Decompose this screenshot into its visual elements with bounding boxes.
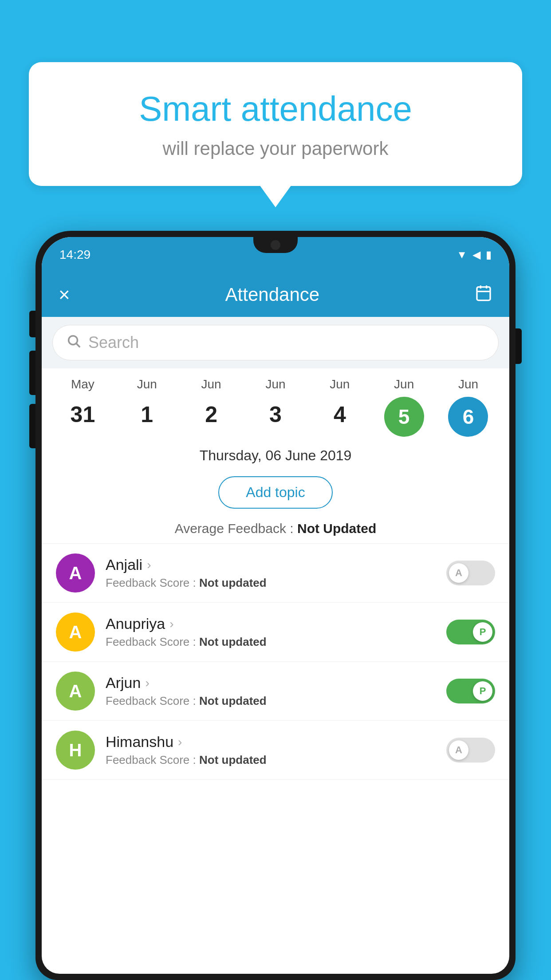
volume-down-button (29, 351, 35, 395)
attendance-toggle[interactable]: P (446, 679, 495, 703)
speech-bubble-subtitle: will replace your paperwork (60, 138, 491, 159)
selected-date: Thursday, 06 June 2019 (42, 437, 509, 471)
speech-bubble-arrow (260, 185, 291, 207)
camera (271, 240, 280, 250)
speech-bubble-container: Smart attendance will replace your paper… (29, 62, 522, 207)
calendar-row: May 31 Jun 1 Jun 2 Jun 3 Jun 4 (42, 368, 509, 437)
toggle-switch[interactable]: P (446, 620, 495, 644)
avatar: A (56, 612, 95, 652)
battery-icon: ▮ (486, 249, 492, 261)
student-score: Feedback Score : Not updated (106, 694, 436, 708)
calendar-day-may31[interactable]: May 31 (56, 377, 109, 437)
app-header: × Attendance (42, 273, 509, 317)
toggle-switch[interactable]: A (446, 561, 495, 585)
student-info: Himanshu › Feedback Score : Not updated (106, 733, 436, 767)
chevron-right-icon: › (178, 735, 182, 749)
avatar: A (56, 672, 95, 711)
student-score: Feedback Score : Not updated (106, 635, 436, 649)
toggle-switch[interactable]: A (446, 738, 495, 763)
search-icon (66, 333, 81, 352)
toggle-knob: A (449, 563, 468, 583)
attendance-toggle[interactable]: A (446, 561, 495, 585)
student-list: A Anjali › Feedback Score : Not updated … (42, 544, 509, 780)
student-name: Arjun › (106, 674, 436, 692)
close-button[interactable]: × (59, 284, 70, 306)
volume-up-button (29, 311, 35, 337)
student-name: Himanshu › (106, 733, 436, 751)
student-name: Anjali › (106, 556, 436, 573)
chevron-right-icon: › (147, 558, 151, 572)
avg-feedback-value: Not Updated (297, 521, 376, 536)
status-icons: ▼ ◀ ▮ (457, 249, 492, 261)
phone-container: 14:29 ▼ ◀ ▮ × Attendance (35, 231, 516, 980)
status-time: 14:29 (59, 248, 91, 262)
svg-rect-0 (477, 287, 490, 300)
average-feedback: Average Feedback : Not Updated (42, 517, 509, 544)
attendance-toggle[interactable]: A (446, 738, 495, 763)
speech-bubble: Smart attendance will replace your paper… (29, 62, 522, 186)
student-info: Anupriya › Feedback Score : Not updated (106, 615, 436, 649)
signal-icon: ◀ (472, 249, 480, 261)
toggle-switch[interactable]: P (446, 679, 495, 703)
student-item[interactable]: A Anjali › Feedback Score : Not updated … (42, 544, 509, 603)
calendar-day-jun3[interactable]: Jun 3 (249, 377, 302, 437)
power-button (516, 328, 522, 364)
calendar-day-jun1[interactable]: Jun 1 (120, 377, 173, 437)
status-bar: 14:29 ▼ ◀ ▮ (42, 237, 509, 273)
student-score: Feedback Score : Not updated (106, 753, 436, 767)
svg-point-4 (69, 336, 78, 345)
search-placeholder: Search (88, 333, 139, 352)
avatar: A (56, 553, 95, 593)
wifi-icon: ▼ (457, 249, 467, 261)
avg-feedback-label: Average Feedback : (175, 521, 297, 536)
student-info: Anjali › Feedback Score : Not updated (106, 556, 436, 590)
student-item[interactable]: A Arjun › Feedback Score : Not updated P (42, 662, 509, 721)
notch (253, 237, 298, 253)
student-item[interactable]: A Anupriya › Feedback Score : Not update… (42, 603, 509, 662)
student-item[interactable]: H Himanshu › Feedback Score : Not update… (42, 721, 509, 780)
add-topic-container: Add topic (42, 471, 509, 517)
toggle-knob: P (473, 681, 492, 701)
speech-bubble-title: Smart attendance (60, 89, 491, 129)
silent-button (29, 404, 35, 448)
page-title: Attendance (225, 284, 320, 305)
calendar-day-jun4[interactable]: Jun 4 (313, 377, 366, 437)
svg-line-5 (76, 344, 80, 347)
toggle-knob: A (449, 740, 468, 760)
student-info: Arjun › Feedback Score : Not updated (106, 674, 436, 708)
calendar-icon[interactable] (475, 284, 492, 306)
chevron-right-icon: › (145, 676, 149, 690)
toggle-knob: P (473, 622, 492, 642)
search-container: Search (42, 317, 509, 368)
phone-frame: 14:29 ▼ ◀ ▮ × Attendance (35, 231, 516, 980)
search-bar[interactable]: Search (52, 325, 499, 360)
calendar-day-jun2[interactable]: Jun 2 (185, 377, 238, 437)
student-score: Feedback Score : Not updated (106, 576, 436, 590)
phone-screen: 14:29 ▼ ◀ ▮ × Attendance (42, 237, 509, 974)
chevron-right-icon: › (169, 617, 173, 631)
attendance-toggle[interactable]: P (446, 620, 495, 644)
avatar: H (56, 731, 95, 770)
student-name: Anupriya › (106, 615, 436, 632)
add-topic-button[interactable]: Add topic (218, 476, 332, 509)
calendar-day-jun6[interactable]: Jun 6 (441, 377, 495, 437)
calendar-day-jun5[interactable]: Jun 5 (378, 377, 431, 437)
